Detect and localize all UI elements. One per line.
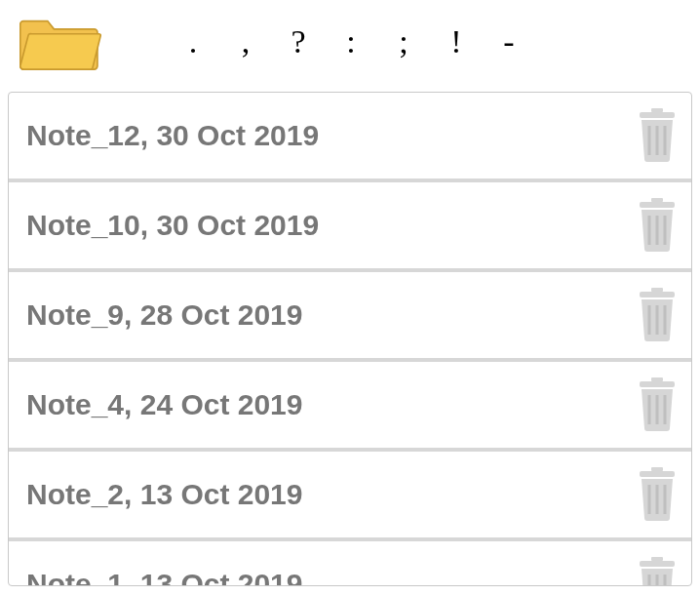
trash-icon[interactable]: [633, 198, 681, 253]
toolbar: . , ? : ; ! -: [0, 0, 700, 88]
trash-icon[interactable]: [633, 377, 681, 432]
punct-period[interactable]: .: [183, 25, 203, 59]
punct-question[interactable]: ?: [289, 25, 308, 59]
svg-rect-25: [651, 557, 663, 561]
note-label: Note_10, 30 Oct 2019: [26, 209, 319, 242]
punct-semicolon[interactable]: ;: [394, 25, 413, 59]
trash-icon[interactable]: [633, 557, 681, 585]
svg-rect-26: [640, 561, 675, 567]
folder-icon[interactable]: [19, 10, 101, 74]
note-label: Note_12, 30 Oct 2019: [26, 119, 319, 152]
svg-rect-5: [651, 198, 663, 202]
punct-comma[interactable]: ,: [236, 25, 255, 59]
notes-list: Note_12, 30 Oct 2019 Note_10, 30 Oct 201…: [8, 92, 692, 586]
trash-icon[interactable]: [633, 467, 681, 522]
trash-icon[interactable]: [633, 288, 681, 342]
note-label: Note_1, 13 Oct 2019: [26, 568, 303, 585]
list-item[interactable]: Note_10, 30 Oct 2019: [9, 182, 691, 272]
list-item[interactable]: Note_9, 28 Oct 2019: [9, 272, 691, 362]
list-item[interactable]: Note_12, 30 Oct 2019: [9, 93, 691, 182]
note-label: Note_9, 28 Oct 2019: [26, 298, 303, 332]
svg-rect-21: [640, 471, 675, 477]
svg-rect-10: [651, 288, 663, 292]
note-label: Note_2, 13 Oct 2019: [26, 478, 303, 511]
svg-rect-11: [640, 292, 675, 298]
svg-rect-20: [651, 467, 663, 471]
punct-dash[interactable]: -: [499, 25, 519, 59]
trash-icon[interactable]: [633, 108, 681, 163]
svg-rect-0: [651, 108, 663, 112]
punct-exclam[interactable]: !: [447, 25, 466, 59]
list-item[interactable]: Note_4, 24 Oct 2019: [9, 362, 691, 452]
svg-rect-1: [640, 112, 675, 118]
punct-colon[interactable]: :: [341, 25, 361, 59]
note-label: Note_4, 24 Oct 2019: [26, 388, 303, 421]
svg-rect-15: [651, 377, 663, 381]
list-item[interactable]: Note_1, 13 Oct 2019: [9, 541, 691, 585]
punctuation-bar: . , ? : ; ! -: [119, 25, 681, 59]
svg-rect-16: [640, 381, 675, 387]
notes-scroll[interactable]: Note_12, 30 Oct 2019 Note_10, 30 Oct 201…: [9, 93, 691, 585]
svg-rect-6: [640, 202, 675, 208]
list-item[interactable]: Note_2, 13 Oct 2019: [9, 452, 691, 541]
